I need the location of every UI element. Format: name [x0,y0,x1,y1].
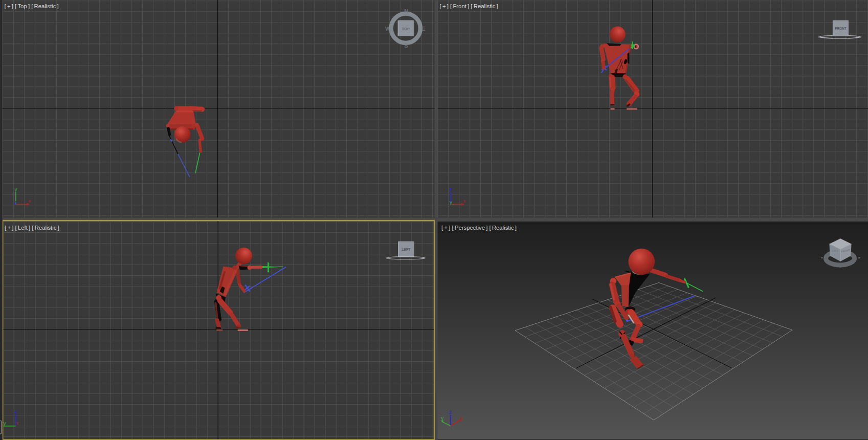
svg-text:y: y [15,186,18,192]
svg-text:y: y [4,420,7,426]
svg-text:z: z [449,409,452,415]
svg-text:x: x [16,421,19,426]
svg-text:TOP: TOP [402,27,410,31]
svg-text:x: x [29,198,31,204]
svg-text:[ + ] [ Left ] [ Realistic ]: [ + ] [ Left ] [ Realistic ] [5,225,59,231]
svg-text:LEFT: LEFT [402,248,411,251]
svg-text:z: z [14,199,17,205]
svg-text:y: y [450,199,453,205]
svg-text:W: W [385,26,391,32]
svg-text:S: S [404,42,408,49]
svg-text:x: x [463,198,466,204]
svg-text:y: y [441,415,444,421]
svg-text:[ + ] [ Front ] [ Realistic ]: [ + ] [ Front ] [ Realistic ] [440,3,498,9]
svg-text:[ + ] [ Perspective ] [ Realis: [ + ] [ Perspective ] [ Realistic ] [441,225,517,231]
svg-text:FRONT: FRONT [835,27,847,30]
svg-text:E: E [421,26,426,32]
svg-text:[ + ] [ Top ] [ Realistic ]: [ + ] [ Top ] [ Realistic ] [5,3,59,9]
svg-text:N: N [404,8,408,14]
svg-text:z: z [14,408,17,414]
svg-text:z: z [449,186,452,192]
